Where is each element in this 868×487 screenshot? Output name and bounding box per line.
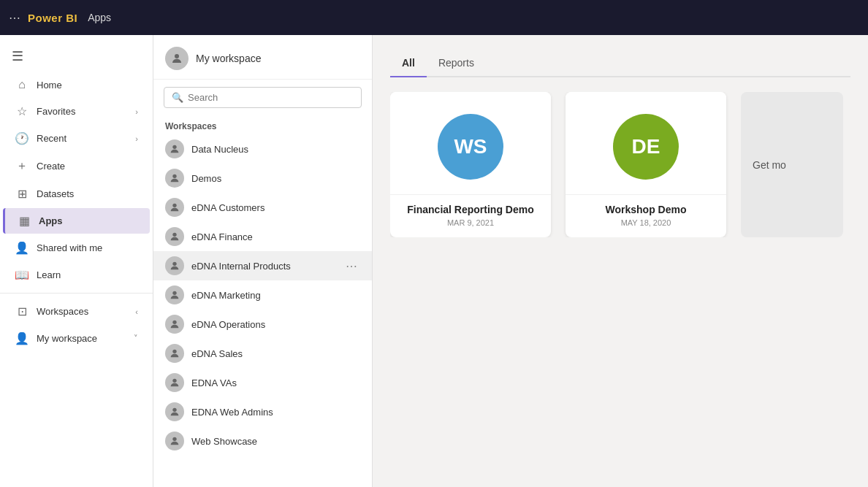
workspace-item-edna-vas[interactable]: EDNA VAs ⋯ <box>153 368 372 397</box>
sidebar-label-workspaces: Workspaces <box>37 306 128 317</box>
topbar: ⋯ Power BI Apps <box>0 0 868 35</box>
sidebar-item-myworkspace[interactable]: 👤 My workspace ˅ <box>3 326 150 351</box>
workspace-icon <box>165 227 184 246</box>
sidebar-item-create[interactable]: ＋ Create <box>3 153 150 180</box>
workspaces-icon: ⊡ <box>15 304 29 318</box>
dropdown-header: My workspace <box>153 35 372 80</box>
dropdown-title: My workspace <box>196 53 261 64</box>
apps-grid-icon[interactable]: ⋯ <box>9 11 20 25</box>
content-area: All Reports WS Financial Reporting Demo … <box>373 35 868 487</box>
sidebar-label-favorites: Favorites <box>37 106 128 117</box>
svg-point-7 <box>172 321 176 324</box>
workspace-item-edna-web-admins[interactable]: EDNA Web Admins ⋯ <box>153 397 372 426</box>
myworkspace-icon: 👤 <box>15 331 29 345</box>
workspace-icon <box>165 169 184 188</box>
search-input[interactable] <box>188 92 354 103</box>
workspaces-section-label: Workspaces <box>153 115 372 134</box>
card-date: MAR 9, 2021 <box>399 218 542 227</box>
sidebar-item-recent[interactable]: 🕐 Recent › <box>3 126 150 151</box>
tabs-bar: All Reports <box>390 50 850 77</box>
svg-point-5 <box>172 262 176 266</box>
search-bar[interactable]: 🔍 <box>164 87 362 108</box>
workspace-name: eDNA Internal Products <box>191 261 335 272</box>
workspace-icon <box>165 285 184 304</box>
sidebar-item-favorites[interactable]: ☆ Favorites › <box>3 99 150 124</box>
workspace-item-edna-customers[interactable]: eDNA Customers ⋯ <box>153 193 372 222</box>
card-workshop-demo[interactable]: DE Workshop Demo MAY 18, 2020 <box>566 92 726 237</box>
svg-point-2 <box>172 175 176 178</box>
sidebar-item-apps[interactable]: ▦ Apps <box>3 208 150 234</box>
favorites-chevron-icon: › <box>135 107 138 116</box>
workspace-icon <box>165 198 184 217</box>
card-info: Financial Reporting Demo MAR 9, 2021 <box>390 194 551 237</box>
power-bi-logo: Power BI <box>28 12 77 24</box>
workspace-more-icon[interactable]: ⋯ <box>343 258 360 275</box>
svg-point-4 <box>172 233 176 237</box>
workspace-list: Data Nucleus ⋯ Demos ⋯ eDNA Customers ⋯ <box>153 134 372 456</box>
sidebar-item-workspaces[interactable]: ⊡ Workspaces ‹ <box>3 299 150 324</box>
workspace-icon <box>165 315 184 334</box>
card-avatar-area: WS <box>390 92 551 194</box>
card-avatar-area: DE <box>566 92 726 194</box>
card-title: Financial Reporting Demo <box>399 204 542 215</box>
svg-point-1 <box>172 145 176 149</box>
workspace-name: EDNA VAs <box>191 377 360 388</box>
sidebar-label-datasets: Datasets <box>37 188 138 199</box>
workspace-name: EDNA Web Admins <box>191 407 360 418</box>
svg-point-8 <box>172 350 176 353</box>
workspace-item-edna-operations[interactable]: eDNA Operations ⋯ <box>153 310 372 339</box>
sidebar-divider <box>0 293 153 294</box>
home-icon: ⌂ <box>15 78 29 91</box>
workspace-icon <box>165 256 184 275</box>
card-title: Workshop Demo <box>574 204 717 215</box>
workspace-item-demos[interactable]: Demos ⋯ <box>153 164 372 193</box>
workspace-dropdown-panel: My workspace 🔍 Workspaces Data Nucleus ⋯ <box>153 35 373 487</box>
svg-point-3 <box>172 204 176 207</box>
svg-point-9 <box>172 379 176 383</box>
favorites-icon: ☆ <box>15 104 29 118</box>
sidebar-label-learn: Learn <box>37 269 138 280</box>
card-avatar: WS <box>438 114 503 180</box>
myworkspace-chevron-icon: ˅ <box>134 334 138 343</box>
workspace-icon <box>165 344 184 363</box>
card-avatar: DE <box>613 114 679 180</box>
sidebar: ☰ ⌂ Home ☆ Favorites › 🕐 Recent › ＋ Crea… <box>0 35 153 487</box>
sidebar-label-myworkspace: My workspace <box>37 333 126 344</box>
search-icon: 🔍 <box>172 92 183 103</box>
workspace-name: Web Showcase <box>191 436 360 447</box>
workspaces-chevron-icon: ‹ <box>135 307 138 316</box>
sidebar-label-recent: Recent <box>37 133 128 144</box>
main-layout: ☰ ⌂ Home ☆ Favorites › 🕐 Recent › ＋ Crea… <box>0 35 868 487</box>
sidebar-label-apps: Apps <box>39 215 138 226</box>
card-date: MAY 18, 2020 <box>574 218 717 227</box>
svg-point-10 <box>172 408 176 412</box>
create-icon: ＋ <box>15 158 29 174</box>
workspace-icon <box>165 432 184 450</box>
card-info: Workshop Demo MAY 18, 2020 <box>566 194 726 237</box>
workspace-name: Demos <box>191 173 360 184</box>
tab-all[interactable]: All <box>390 50 427 77</box>
svg-point-0 <box>175 54 179 58</box>
sidebar-item-learn[interactable]: 📖 Learn <box>3 262 150 288</box>
sidebar-item-home[interactable]: ⌂ Home <box>3 72 150 97</box>
workspace-item-edna-finance[interactable]: eDNA Finance ⋯ <box>153 222 372 251</box>
content-inner: All Reports WS Financial Reporting Demo … <box>373 35 868 252</box>
workspace-item-edna-marketing[interactable]: eDNA Marketing ⋯ <box>153 280 372 310</box>
workspace-icon <box>165 139 184 158</box>
svg-point-11 <box>172 437 176 441</box>
workspace-item-data-nucleus[interactable]: Data Nucleus ⋯ <box>153 134 372 164</box>
tab-reports[interactable]: Reports <box>427 50 486 77</box>
learn-icon: 📖 <box>15 268 29 282</box>
svg-point-6 <box>172 291 176 295</box>
workspace-item-edna-internal[interactable]: eDNA Internal Products ⋯ <box>153 251 372 280</box>
sidebar-item-shared[interactable]: 👤 Shared with me <box>3 235 150 261</box>
dropdown-avatar <box>165 47 189 70</box>
card-financial-reporting[interactable]: WS Financial Reporting Demo MAR 9, 2021 <box>390 92 551 237</box>
shared-icon: 👤 <box>15 241 29 255</box>
workspace-item-web-showcase[interactable]: Web Showcase ⋯ <box>153 426 372 456</box>
sidebar-label-create: Create <box>37 161 138 172</box>
workspace-icon <box>165 373 184 392</box>
hamburger-button[interactable]: ☰ <box>0 41 153 72</box>
workspace-item-edna-sales[interactable]: eDNA Sales ⋯ <box>153 339 372 368</box>
sidebar-item-datasets[interactable]: ⊞ Datasets <box>3 181 150 207</box>
